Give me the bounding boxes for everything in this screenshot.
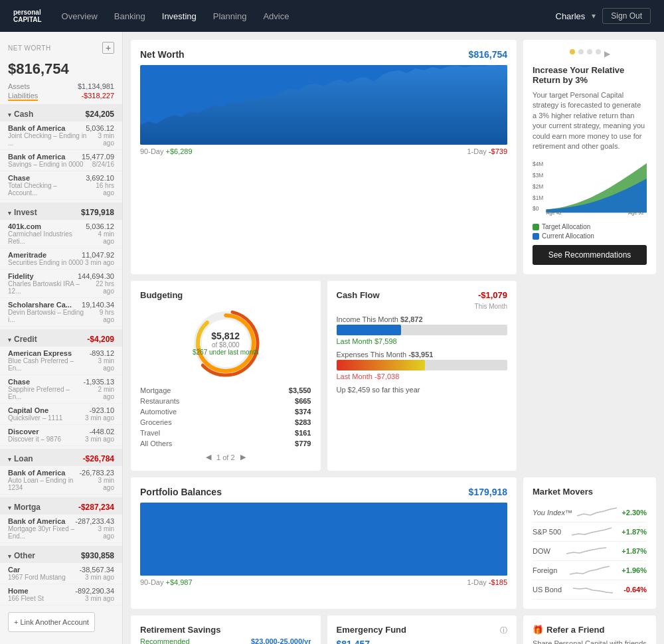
- account-chase-sapphire[interactable]: Chase-1,935.13 Sapphire Preferred – En..…: [0, 375, 122, 404]
- nav-banking[interactable]: Banking: [114, 8, 145, 25]
- account-chase-checking[interactable]: Chase3,692.10 Total Checking – Account..…: [0, 171, 122, 200]
- budgeting-title: Budgeting: [140, 290, 311, 300]
- recommendation-card: ▶ Increase Your Relative Return by 3% Yo…: [523, 40, 656, 274]
- nav-planning[interactable]: Planning: [213, 8, 247, 25]
- portfolio-1d: 1-Day -$185: [467, 578, 507, 586]
- main-content: Net Worth $816,754: [123, 32, 664, 644]
- page-label: 1 of 2: [216, 453, 235, 461]
- retirement-card: Retirement Savings Recommended $23,000-2…: [131, 615, 321, 644]
- account-ameritrade[interactable]: Ameritrade11,047.92 Securities Ending in…: [0, 248, 122, 270]
- mm-usbond-sparkline: [573, 583, 613, 596]
- account-scholarshare[interactable]: Scholarshare Ca...19,140.34 Devin Bartow…: [0, 298, 122, 327]
- portfolio-chart-svg: [140, 503, 507, 576]
- mm-foreign: Foreign +1.96%: [533, 561, 647, 580]
- assets-label: Assets: [8, 82, 30, 90]
- logo: personal CAPITAL: [13, 9, 42, 23]
- account-401k[interactable]: 401k.com5,036.12 Carmichael Industries R…: [0, 220, 122, 248]
- section-other[interactable]: ▾Other $930,858: [0, 546, 122, 563]
- page-prev[interactable]: ◀: [206, 453, 211, 461]
- dot-2: [578, 49, 584, 54]
- ef-info-icon[interactable]: ⓘ: [500, 625, 507, 635]
- mm-youindex-sparkline: [577, 506, 617, 519]
- nav-advice[interactable]: Advice: [263, 8, 289, 25]
- cf-title: Cash Flow: [337, 290, 380, 300]
- nav-investing[interactable]: Investing: [162, 8, 197, 25]
- header-right: Charles ▾ Sign Out: [556, 8, 651, 24]
- income-bar-bg: [337, 325, 508, 335]
- account-boa-loan[interactable]: Bank of America-26,783.23 Auto Loan – En…: [0, 466, 122, 495]
- legend-target: Target Allocation: [533, 223, 647, 230]
- budget-travel: Travel$161: [140, 428, 311, 438]
- section-loan-title: ▾Loan: [8, 454, 33, 463]
- net-worth-card: Net Worth $816,754: [131, 40, 517, 274]
- account-amex[interactable]: American Express-893.12 Blue Cash Prefer…: [0, 347, 122, 375]
- income-label: Income This Month $2,872: [337, 315, 508, 323]
- svg-text:$4M: $4M: [533, 161, 543, 168]
- svg-text:$1M: $1M: [533, 195, 543, 201]
- cashflow-card: Cash Flow -$1,079 This Month Income This…: [327, 281, 517, 471]
- budget-rows: Mortgage$3,550 Restaurants$665 Automotiv…: [140, 385, 311, 449]
- section-invest-amount: $179,918: [81, 208, 114, 217]
- svg-text:Age 92: Age 92: [628, 210, 644, 216]
- section-mortgage[interactable]: ▾Mortga -$287,234: [0, 497, 122, 515]
- section-cash[interactable]: ▾Cash $24,205: [0, 104, 122, 121]
- logo-line2: CAPITAL: [13, 16, 42, 23]
- spacer-rec: [523, 281, 656, 471]
- account-home[interactable]: Home-892,290.34 166 Fleet St3 min ago: [0, 584, 122, 605]
- section-invest-title: ▾Invest: [8, 208, 37, 217]
- mm-sp500-sparkline: [572, 525, 612, 538]
- account-fidelity[interactable]: Fidelity144,694.30 Charles Bartowski IRA…: [0, 270, 122, 298]
- nav-overview[interactable]: Overview: [62, 8, 98, 25]
- section-loan[interactable]: ▾Loan -$26,784: [0, 449, 122, 466]
- account-discover[interactable]: Discover-448.02 Discover it – 98763 min …: [0, 425, 122, 446]
- legend-target-label: Target Allocation: [542, 223, 590, 230]
- account-boa-savings[interactable]: Bank of America15,477.09 Savings – Endin…: [0, 150, 122, 171]
- income-bar: [337, 325, 402, 335]
- portfolio-value: $179,918: [469, 487, 507, 497]
- signout-button[interactable]: Sign Out: [602, 8, 651, 24]
- expense-bar: [337, 360, 426, 370]
- dot-3: [587, 49, 592, 54]
- nw-title: Net Worth: [140, 49, 185, 60]
- nw-footer: 90-Day +$6,289 1-Day -$739: [140, 147, 507, 155]
- rec-text: Your target Personal Capital strategy is…: [533, 90, 647, 151]
- link-account-button[interactable]: + Link Another Account: [8, 612, 95, 632]
- emergency-fund-card: Emergency Fund ⓘ $81,457: [327, 615, 517, 644]
- rec-chart: $4M $3M $2M $1M $0 Age 42 Age 92: [533, 158, 647, 218]
- section-invest[interactable]: ▾Invest $179,918: [0, 202, 122, 220]
- page-next[interactable]: ▶: [240, 453, 246, 461]
- rec-chart-svg: $4M $3M $2M $1M $0 Age 42 Age 92: [533, 158, 647, 218]
- portfolio-card: Portfolio Balances $179,918 90-Day +$4,9…: [131, 477, 517, 609]
- retirement-title: Retirement Savings: [140, 625, 220, 635]
- mm-sp500: S&P 500 +1.87%: [533, 523, 647, 542]
- section-credit[interactable]: ▾Credit -$4,209: [0, 329, 122, 347]
- account-boa-checking[interactable]: Bank of America5,036.12 Joint Checking –…: [0, 121, 122, 150]
- section-other-amount: $930,858: [81, 551, 114, 560]
- account-capital-one[interactable]: Capital One-923.10 Quicksilver – 11113 m…: [0, 404, 122, 425]
- dot-4: [596, 49, 601, 54]
- portfolio-chart: [140, 503, 507, 576]
- income-last: Last Month $7,598: [337, 337, 508, 345]
- svg-text:$3M: $3M: [533, 173, 543, 179]
- liabilities-value: -$318,227: [81, 92, 114, 101]
- account-boa-mortgage[interactable]: Bank of America-287,233.43 Mortgage 30yr…: [0, 515, 122, 543]
- retirement-range: $23,000-25,000/yr: [251, 637, 311, 644]
- account-car[interactable]: Car-38,567.34 1967 Ford Mustang3 min ago: [0, 563, 122, 584]
- year-total: Up $2,459 so far this year: [337, 386, 508, 394]
- budgeting-card: Budgeting $5,812 of $8,000: [131, 281, 321, 471]
- retirement-header: Retirement Savings: [140, 625, 311, 635]
- logo-line1: personal: [13, 9, 42, 16]
- dot-next[interactable]: ▶: [604, 49, 610, 58]
- expense-last: Last Month -$7,038: [337, 372, 508, 380]
- user-name[interactable]: Charles: [556, 11, 586, 21]
- budget-restaurants: Restaurants$665: [140, 396, 311, 406]
- user-dropdown-icon[interactable]: ▾: [592, 11, 596, 21]
- add-account-button[interactable]: +: [102, 42, 114, 54]
- section-other-title: ▾Other: [8, 551, 35, 560]
- svg-text:$2M: $2M: [533, 183, 543, 190]
- legend-current-label: Current Allocation: [542, 232, 594, 240]
- donut-center: $5,812 of $8,000 $267 under last month: [193, 331, 259, 356]
- see-recommendations-button[interactable]: See Recommendations: [533, 245, 647, 265]
- liabilities-label: Liabilities: [8, 92, 38, 101]
- gift-icon: 🎁: [533, 625, 543, 635]
